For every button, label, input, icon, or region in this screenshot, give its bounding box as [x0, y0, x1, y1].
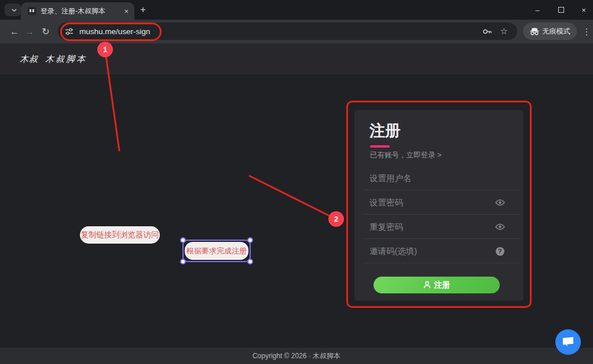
browser-tab[interactable]: 登录、注册-木叔脚本 ×	[21, 2, 134, 20]
browser-tab-strip: 登录、注册-木叔脚本 × + – ×	[0, 0, 593, 20]
field-underline	[364, 214, 520, 215]
register-button[interactable]: 注册	[374, 277, 500, 293]
new-tab-button[interactable]: +	[140, 4, 146, 16]
back-button[interactable]: ←	[7, 20, 22, 43]
field-underline	[364, 190, 520, 190]
maximize-icon	[558, 7, 564, 13]
title-accent-bar	[370, 145, 390, 148]
site-navbar: 木叔 木叔脚本 试用 脚本 木叔 脚本	[0, 43, 593, 75]
selection-handle-sw[interactable]	[180, 259, 186, 264]
field-underline	[364, 238, 520, 239]
selection-handle-nw[interactable]	[180, 237, 186, 243]
forward-button: →	[22, 20, 37, 43]
annotation-selection-box[interactable]: 根据要求完成注册	[182, 240, 251, 262]
username-input[interactable]	[369, 171, 479, 186]
site-footer: Copyright © 2026 · 木叔脚本	[0, 348, 593, 364]
incognito-label: 无痕模式	[543, 27, 570, 36]
invite-code-input[interactable]	[369, 244, 479, 259]
annotation-step-2: 2	[328, 211, 344, 227]
password-key-icon[interactable]	[482, 27, 492, 36]
window-minimize-button[interactable]: –	[531, 5, 544, 15]
person-icon	[423, 281, 431, 289]
site-favicon-icon	[28, 7, 36, 15]
password-row	[369, 195, 513, 212]
logo-mark: 木叔	[20, 54, 38, 65]
selection-handle-se[interactable]	[247, 259, 253, 264]
incognito-icon	[530, 28, 539, 35]
incognito-badge: 无痕模式	[523, 23, 577, 40]
repeat-password-input[interactable]	[369, 219, 479, 234]
site-settings-icon[interactable]	[65, 27, 74, 36]
annotation-step-1: 1	[97, 42, 113, 57]
repeat-password-row	[369, 219, 513, 237]
browser-menu-button[interactable]: ⋮	[581, 20, 592, 43]
logo-text: 木叔脚本	[45, 54, 87, 65]
bookmark-star-icon[interactable]: ☆	[500, 26, 508, 36]
password-input[interactable]	[369, 195, 479, 210]
selection-handle-ne[interactable]	[247, 237, 253, 243]
window-maximize-button[interactable]	[555, 5, 568, 15]
browser-toolbar: ← → ↻ mushu.me/user-sign ☆	[0, 20, 593, 43]
eye-icon[interactable]	[495, 222, 505, 232]
chevron-down-icon	[12, 8, 17, 13]
chat-widget-button[interactable]	[555, 329, 581, 355]
reload-button[interactable]: ↻	[38, 20, 53, 43]
register-button-label: 注册	[434, 280, 451, 291]
username-row	[369, 171, 513, 188]
site-logo[interactable]: 木叔 木叔脚本	[20, 43, 87, 75]
tab-search-button[interactable]	[5, 3, 21, 16]
chat-bubble-icon	[562, 336, 574, 348]
register-title: 注册	[369, 120, 401, 141]
window-close-button[interactable]: ×	[577, 5, 590, 15]
url-text[interactable]: mushu.me/user-sign	[79, 27, 482, 36]
annotation-callout-1: 复制链接到浏览器访问	[80, 226, 160, 244]
login-link[interactable]: 已有账号，立即登录 >	[370, 150, 441, 160]
copyright-text: Copyright © 2026 · 木叔脚本	[252, 351, 341, 361]
tab-close-icon[interactable]: ×	[124, 8, 129, 15]
help-icon[interactable]: ?	[495, 246, 505, 256]
tab-title: 登录、注册-木叔脚本	[41, 6, 119, 16]
url-bar[interactable]: mushu.me/user-sign ☆	[58, 23, 517, 40]
register-card: 注册 已有账号，立即登录 >	[354, 110, 524, 301]
eye-icon[interactable]	[495, 197, 505, 208]
field-underline	[364, 263, 520, 263]
annotation-callout-2: 根据要求完成注册	[185, 242, 248, 260]
invite-code-row: ?	[369, 244, 513, 261]
